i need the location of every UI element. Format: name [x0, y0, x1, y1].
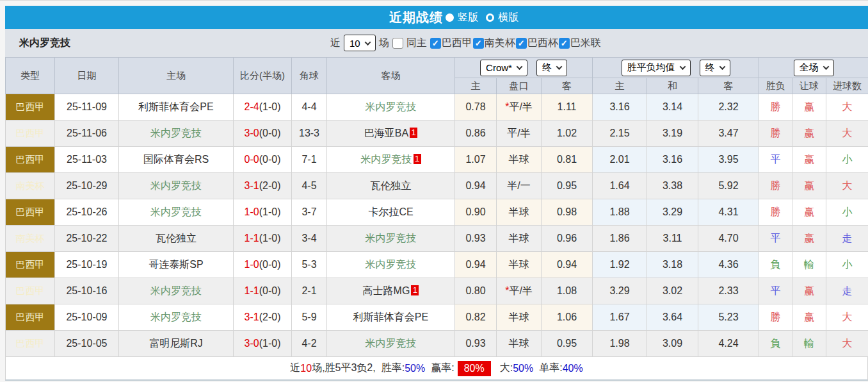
avg-draw-odds: 3.29 [647, 199, 698, 226]
date-cell: 25-10-05 [55, 331, 119, 357]
avg-time-value: 终 [705, 62, 715, 74]
away-team-cell: 瓦伦独立 [327, 173, 455, 199]
away-team-cell: 巴海亚BA1 [327, 120, 455, 147]
avg-away-odds: 4.31 [698, 199, 759, 226]
handicap-result-cell: 輸 [792, 252, 826, 278]
checked-checkbox-icon [559, 38, 570, 49]
goals-result-cell: 小 [826, 147, 868, 173]
fulltime-score: 1-0 [245, 259, 259, 270]
league-type-cell: 巴西甲 [6, 304, 55, 331]
avg-draw-odds: 3.14 [647, 94, 698, 120]
handicap-away-odds: 1.08 [542, 278, 593, 304]
checked-checkbox-icon [516, 38, 527, 49]
match-count-select[interactable]: 10 [344, 35, 376, 51]
match-count-value: 10 [350, 38, 360, 49]
same-home-checkbox[interactable] [392, 38, 403, 49]
handicap-time-select[interactable]: 终 [536, 60, 567, 76]
chevron-down-icon [679, 63, 686, 70]
goals-result-cell: 走 [826, 226, 868, 252]
league-filter-list: 巴西甲 南美杯 巴西杯 巴米联 [430, 37, 602, 50]
handicap-line: 半球 [509, 311, 529, 322]
table-row: 巴西甲 25-10-19 哥连泰斯SP 1-0(0-0) 5-3 米内罗竞技 0… [6, 252, 868, 278]
result-cell: 勝 [759, 199, 792, 226]
recent-results-panel: 近期战绩 竖版 横版 米内罗竞技 近 10 场 同主 [0, 1, 868, 381]
date-cell: 25-11-06 [55, 120, 119, 147]
avg-draw-odds: 3.38 [647, 173, 698, 199]
radio-option-horizontal[interactable]: 横版 [486, 11, 518, 24]
fulltime-score: 3-0 [245, 128, 259, 138]
away-team-name: 巴海亚BA [364, 128, 408, 138]
chevron-down-icon [556, 63, 562, 70]
corners-cell: 2-1 [292, 278, 327, 304]
avg-time-select[interactable]: 终 [700, 60, 730, 76]
halftime-score: (2-0) [259, 311, 281, 322]
handicap-result-cell: 輸 [792, 331, 826, 357]
score-cell: 1-0(0-0) [234, 252, 292, 278]
handicap-line-cell: 半球 [497, 147, 542, 173]
avg-odds-select[interactable]: 胜平负均值 [622, 60, 691, 76]
home-team-cell: 国际体育会RS [119, 147, 234, 173]
summary-footer: 近10场,胜5平3负2, 胜率:50% 赢率:80% 大:50% 单率:40% [5, 357, 868, 381]
goals-result-cell: 大 [826, 331, 868, 357]
score-cell: 2-4(1-0) [234, 94, 292, 120]
avg-home-odds: 2.01 [593, 147, 647, 173]
score-cell: 1-1(0-0) [234, 278, 292, 304]
table-row: 巴西甲 25-10-09 米内罗竞技 3-1(2-0) 5-9 利斯菲体育会PE… [6, 304, 868, 331]
handicap-line-cell: *平/半 [497, 278, 542, 304]
league-type-cell: 巴西甲 [6, 94, 55, 120]
league-filter-item[interactable]: 巴西甲 [430, 37, 472, 50]
fulltime-score: 1-1 [245, 233, 259, 244]
result-cell: 勝 [759, 173, 792, 199]
avg-draw-odds: 3.11 [647, 226, 698, 252]
result-cell: 負 [759, 252, 792, 278]
league-filter-item[interactable]: 南美杯 [473, 37, 515, 50]
halftime-score: (0-0) [259, 154, 281, 165]
fulltime-score: 0-0 [245, 154, 259, 165]
table-row: 南美杯 25-10-29 米内罗竞技 3-1(2-0) 4-5 瓦伦独立 0.9… [6, 173, 868, 199]
scope-select[interactable]: 全场 [794, 60, 834, 76]
away-team-cell: 高士路MG1 [327, 278, 455, 304]
single-rate-value: 40% [563, 363, 583, 374]
radio-unselected-icon [486, 13, 494, 22]
red-card-badge: 1 [411, 285, 419, 295]
avg-home-odds: 3.29 [593, 278, 647, 304]
odds-source-select[interactable]: Crow* [480, 60, 527, 76]
away-team-name: 米内罗竞技 [366, 259, 417, 270]
league-filter-item[interactable]: 巴西杯 [516, 37, 558, 50]
avg-away-odds: 3.47 [698, 120, 759, 147]
result-cell: 勝 [759, 304, 792, 331]
score-cell: 1-0(1-0) [234, 199, 292, 226]
handicap-result-cell: 赢 [792, 173, 826, 199]
avg-away-odds: 2.33 [698, 278, 759, 304]
home-team-name: 米内罗竞技 [150, 180, 202, 191]
avg-home-odds: 1.88 [593, 199, 647, 226]
corners-cell: 4-2 [292, 331, 327, 357]
home-team-name: 富明尼斯RJ [149, 338, 203, 349]
red-card-badge: 1 [414, 154, 421, 164]
home-team-cell: 米内罗竞技 [119, 173, 234, 199]
league-type-cell: 巴西甲 [6, 252, 55, 278]
goals-result-cell: 大 [826, 94, 868, 120]
league-filter-item[interactable]: 巴米联 [559, 37, 601, 50]
goals-result-cell: 小 [826, 199, 868, 226]
home-team-cell: 米内罗竞技 [119, 199, 234, 226]
goals-result-cell: 走 [826, 278, 868, 304]
league-type-cell: 巴西甲 [6, 199, 55, 226]
red-card-badge: 1 [410, 128, 417, 138]
away-team-cell: 米内罗竞技 [327, 226, 455, 252]
chevron-down-icon [823, 63, 829, 70]
league-filter-label: 巴西甲 [442, 37, 472, 50]
league-filter-label: 南美杯 [485, 37, 515, 50]
home-team-name: 利斯菲体育会PE [138, 101, 213, 112]
radio-option-vertical[interactable]: 竖版 [446, 11, 478, 24]
col-header-score: 比分(半场) [234, 58, 292, 94]
summary-record: 场,胜5平3负2, [312, 361, 376, 375]
handicap-line-cell: 平/半 [497, 120, 542, 147]
result-cell: 平 [759, 147, 792, 173]
table-row: 巴西甲 25-11-09 利斯菲体育会PE 2-4(1-0) 4-4 米内罗竞技… [6, 94, 868, 120]
home-team-name: 米内罗竞技 [150, 128, 202, 138]
chevron-down-icon [516, 63, 522, 70]
handicap-line: 半球 [509, 233, 529, 244]
halftime-score: (1-0) [259, 101, 281, 112]
handicap-line: 半/一 [507, 180, 530, 191]
